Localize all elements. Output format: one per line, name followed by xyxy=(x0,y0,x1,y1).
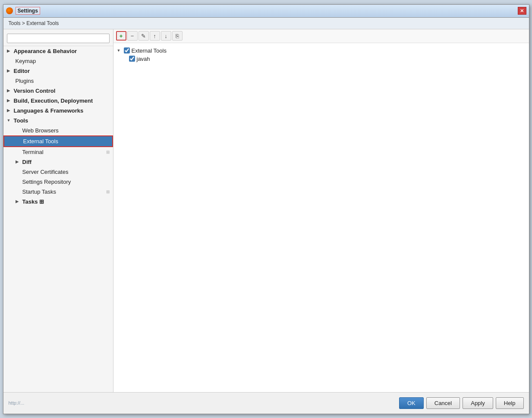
sidebar-item-settings-repository[interactable]: Settings Repository xyxy=(3,177,113,187)
sidebar-item-editor[interactable]: ▶ Editor xyxy=(3,66,113,76)
sidebar-item-label: External Tools xyxy=(23,138,58,145)
tree-group-label: External Tools xyxy=(132,47,167,54)
tree-expand-icon[interactable]: ▼ xyxy=(117,48,122,53)
sidebar-item-server-certificates[interactable]: Server Certificates xyxy=(3,167,113,177)
terminal-badge: ⊞ xyxy=(106,150,110,154)
sidebar-item-diff[interactable]: ▶ Diff xyxy=(3,157,113,167)
titlebar-left: Settings xyxy=(6,7,40,15)
main-area: ▶ Appearance & Behavior Keymap ▶ Editor … xyxy=(3,29,529,392)
cancel-button[interactable]: Cancel xyxy=(426,397,460,409)
tree-area: ▼ External Tools javah xyxy=(113,43,529,392)
sidebar-item-label: Appearance & Behavior xyxy=(14,48,77,54)
arrow-icon: ▶ xyxy=(16,160,21,164)
sidebar-item-startup-tasks[interactable]: Startup Tasks ⊞ xyxy=(3,187,113,197)
help-button[interactable]: Help xyxy=(496,397,524,409)
sidebar-item-label: Editor xyxy=(14,68,30,74)
sidebar-item-label: Keymap xyxy=(16,58,36,64)
search-box xyxy=(3,31,113,46)
sidebar-item-tools[interactable]: ▼ Tools xyxy=(3,116,113,126)
arrow-icon: ▶ xyxy=(7,108,12,113)
move-down-button[interactable]: ↓ xyxy=(161,31,171,41)
startup-tasks-badge: ⊞ xyxy=(106,189,110,194)
breadcrumb: Tools > External Tools xyxy=(3,18,529,29)
remove-button[interactable]: − xyxy=(127,31,138,41)
arrow-icon: ▼ xyxy=(7,118,12,123)
sidebar-item-external-tools[interactable]: External Tools xyxy=(3,135,113,147)
sidebar-item-label: Plugins xyxy=(16,78,34,84)
tasks-badge: ⊞ xyxy=(39,198,44,205)
tree-child-label: javah xyxy=(137,56,150,62)
window-title: Settings xyxy=(16,7,40,15)
move-up-button[interactable]: ↑ xyxy=(150,31,160,41)
sidebar-item-keymap[interactable]: Keymap xyxy=(3,56,113,66)
close-button[interactable]: ✕ xyxy=(518,7,526,15)
arrow-icon: ▶ xyxy=(7,69,12,73)
sidebar-item-appearance[interactable]: ▶ Appearance & Behavior xyxy=(3,46,113,56)
sidebar-item-label: Tools xyxy=(14,117,28,124)
arrow-icon: ▶ xyxy=(7,98,12,103)
sidebar-item-label: Settings Repository xyxy=(22,179,71,185)
content-area: + − ✎ ↑ ↓ ⎘ ▼ External Tools javah xyxy=(113,29,529,392)
arrow-icon: ▶ xyxy=(16,199,21,204)
sidebar-item-label: Tasks xyxy=(22,198,38,205)
apply-button[interactable]: Apply xyxy=(463,397,493,409)
tree-child-javah: javah xyxy=(129,55,526,63)
tree-group-checkbox[interactable] xyxy=(124,47,130,53)
arrow-icon: ▶ xyxy=(7,49,12,53)
add-button[interactable]: + xyxy=(116,31,126,41)
bottom-bar: http://... OK Cancel Apply Help xyxy=(3,392,529,414)
titlebar: Settings ✕ xyxy=(3,5,529,18)
edit-button[interactable]: ✎ xyxy=(139,31,149,41)
sidebar: ▶ Appearance & Behavior Keymap ▶ Editor … xyxy=(3,29,113,392)
sidebar-item-label: Web Browsers xyxy=(22,127,59,134)
sidebar-item-build[interactable]: ▶ Build, Execution, Deployment xyxy=(3,96,113,106)
settings-window: Settings ✕ Tools > External Tools ▶ Appe… xyxy=(3,4,529,414)
search-input[interactable] xyxy=(7,34,110,43)
sidebar-item-label: Terminal xyxy=(22,149,44,155)
app-icon xyxy=(6,7,13,14)
ok-button[interactable]: OK xyxy=(399,397,424,409)
sidebar-item-label: Server Certificates xyxy=(22,169,69,175)
sidebar-item-languages[interactable]: ▶ Languages & Frameworks xyxy=(3,106,113,116)
copy-button[interactable]: ⎘ xyxy=(172,31,183,41)
sidebar-item-label: Build, Execution, Deployment xyxy=(14,97,93,104)
sidebar-item-version-control[interactable]: ▶ Version Control xyxy=(3,86,113,96)
url-hint: http://... xyxy=(9,400,25,405)
tree-child-checkbox[interactable] xyxy=(129,56,135,62)
sidebar-item-label: Startup Tasks xyxy=(22,189,57,195)
sidebar-item-tasks[interactable]: ▶ Tasks ⊞ xyxy=(3,197,113,207)
tree-group-external-tools: ▼ External Tools xyxy=(117,47,526,55)
sidebar-item-terminal[interactable]: Terminal ⊞ xyxy=(3,147,113,157)
sidebar-item-label: Diff xyxy=(22,159,32,165)
toolbar: + − ✎ ↑ ↓ ⎘ xyxy=(113,29,529,43)
sidebar-item-plugins[interactable]: Plugins xyxy=(3,76,113,86)
sidebar-item-label: Version Control xyxy=(14,88,56,94)
sidebar-item-web-browsers[interactable]: Web Browsers xyxy=(3,126,113,135)
arrow-icon: ▶ xyxy=(7,88,12,93)
sidebar-item-label: Languages & Frameworks xyxy=(14,107,84,114)
